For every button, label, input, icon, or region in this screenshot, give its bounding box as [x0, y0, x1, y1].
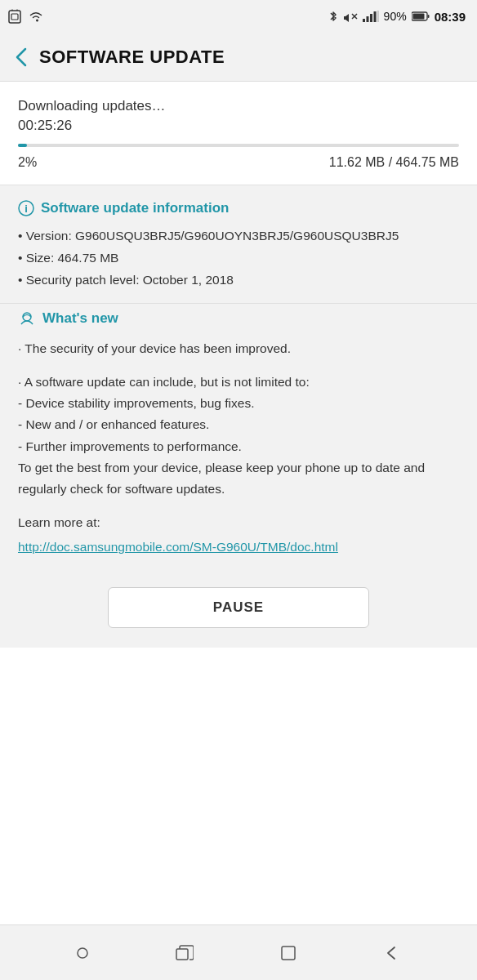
whats-new-item1: · The security of your device has been i… — [18, 338, 459, 359]
sim-icon — [8, 9, 21, 24]
security-info: • Security patch level: October 1, 2018 — [18, 270, 459, 291]
download-section: Downloading updates… 00:25:26 2% 11.62 M… — [0, 82, 477, 185]
status-bar-right: 90% 08:39 — [328, 9, 466, 24]
info-icon: i — [18, 200, 34, 216]
svg-rect-13 — [412, 14, 424, 20]
svg-rect-10 — [377, 11, 379, 22]
svg-rect-8 — [370, 14, 372, 22]
version-info: • Version: G960USQU3BRJ5/G960UOYN3BRJ5/G… — [18, 226, 459, 247]
whats-new-icon — [18, 310, 36, 327]
learn-more-link[interactable]: http://doc.samsungmobile.com/SM-G960U/TM… — [18, 540, 338, 554]
svg-rect-6 — [363, 19, 365, 22]
info-section-title: Software update information — [41, 200, 229, 216]
page-title: SOFTWARE UPDATE — [39, 47, 225, 68]
svg-rect-7 — [366, 16, 368, 22]
svg-rect-9 — [373, 11, 376, 22]
progress-bar-fill — [18, 144, 27, 147]
svg-point-17 — [78, 948, 87, 958]
svg-rect-0 — [9, 11, 20, 23]
nav-bar — [0, 924, 477, 980]
mute-icon — [343, 10, 358, 23]
bluetooth-icon — [328, 9, 338, 24]
size-info: • Size: 464.75 MB — [18, 248, 459, 269]
svg-text:i: i — [25, 203, 28, 215]
wifi-icon — [28, 10, 44, 23]
whats-new-title: What's new — [42, 310, 118, 327]
svg-rect-12 — [427, 15, 429, 18]
whats-new-content: · The security of your device has been i… — [18, 338, 459, 558]
svg-point-16 — [23, 313, 31, 321]
downloading-status: Downloading updates… — [18, 98, 459, 114]
info-items: • Version: G960USQU3BRJ5/G960UOYN3BRJ5/G… — [18, 226, 459, 290]
progress-info: 2% 11.62 MB / 464.75 MB — [18, 155, 459, 170]
svg-rect-18 — [176, 949, 188, 960]
back-button[interactable] — [13, 46, 31, 69]
main-content: Downloading updates… 00:25:26 2% 11.62 M… — [0, 82, 477, 924]
software-info-section: i Software update information • Version:… — [0, 185, 477, 303]
whats-new-header: What's new — [18, 310, 459, 327]
battery-percent: 90% — [384, 10, 407, 23]
svg-rect-1 — [11, 14, 18, 20]
system-back-button[interactable] — [383, 946, 401, 960]
progress-size: 11.62 MB / 464.75 MB — [329, 155, 459, 170]
progress-percent: 2% — [18, 155, 37, 170]
status-bar: 90% 08:39 — [0, 0, 477, 33]
signal-icon — [363, 11, 379, 22]
status-time: 08:39 — [435, 10, 466, 24]
battery-icon — [412, 11, 430, 21]
recent-apps-button[interactable] — [77, 947, 88, 959]
whats-new-item2: · A software update can include, but is … — [18, 372, 459, 501]
task-switcher-button[interactable] — [176, 945, 194, 961]
whats-new-section: What's new · The security of your device… — [0, 303, 477, 569]
top-bar: SOFTWARE UPDATE — [0, 33, 477, 82]
status-bar-left — [8, 9, 44, 24]
learn-more-label: Learn more at: — [18, 512, 459, 533]
home-button[interactable] — [281, 946, 296, 960]
pause-button[interactable]: PAUSE — [108, 587, 369, 628]
info-section-header: i Software update information — [18, 200, 459, 216]
download-timer: 00:25:26 — [18, 118, 459, 134]
svg-rect-19 — [282, 947, 295, 960]
pause-section: PAUSE — [0, 569, 477, 648]
progress-bar-container — [18, 144, 459, 147]
